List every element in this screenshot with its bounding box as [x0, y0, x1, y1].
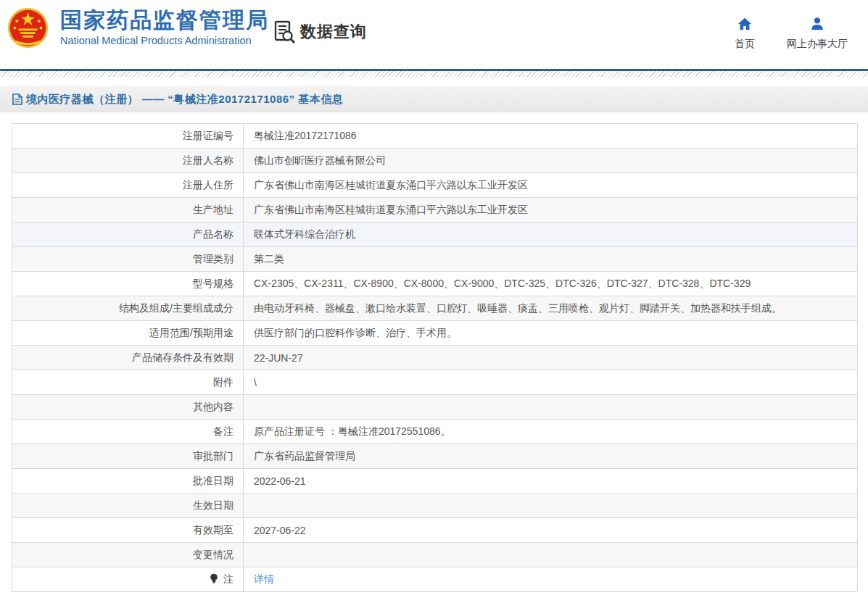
hatch-divider [0, 71, 868, 77]
row-label: 生效日期 [12, 493, 244, 518]
row-label: 生产地址 [12, 198, 244, 222]
agency-logo: 国家药品监督管理局 National Medical Products Admi… [7, 5, 269, 49]
table-row: 生效日期 [12, 493, 858, 518]
row-value: 供医疗部门的口腔科作诊断、治疗、手术用。 [244, 321, 858, 346]
row-value: CX-2305、CX-2311、CX-8900、CX-8000、CX-9000、… [244, 272, 858, 296]
table-row: 产品名称联体式牙科综合治疗机 [12, 222, 858, 247]
row-label: 注 [12, 567, 244, 592]
details-link[interactable]: 详情 [254, 573, 274, 585]
national-emblem-icon [7, 7, 49, 49]
table-row: 其他内容 [12, 395, 858, 420]
table-row: 注册人住所广东省佛山市南海区桂城街道夏东涌口平六路以东工业开发区 [12, 173, 858, 198]
home-icon [737, 16, 753, 32]
document-icon [12, 93, 22, 105]
row-value: 广东省药品监督管理局 [244, 444, 858, 469]
table-row: 注详情 [12, 567, 858, 592]
row-label: 有效期至 [12, 518, 244, 543]
row-value: 2027-06-22 [244, 518, 858, 543]
table-row: 适用范围/预期用途供医疗部门的口腔科作诊断、治疗、手术用。 [12, 321, 858, 346]
table-row: 生产地址广东省佛山市南海区桂城街道夏东涌口平六路以东工业开发区 [12, 198, 858, 222]
table-row: 注册人名称佛山市创昕医疗器械有限公司 [12, 149, 858, 173]
table-row: 审批部门广东省药品监督管理局 [12, 444, 858, 469]
row-label: 产品储存条件及有效期 [12, 346, 244, 370]
row-label: 批准日期 [12, 469, 244, 493]
row-label: 型号规格 [12, 272, 244, 296]
row-label: 备注 [12, 420, 244, 444]
row-label: 结构及组成/主要组成成分 [12, 296, 244, 321]
row-value: 粤械注准20172171086 [244, 124, 858, 149]
data-query-icon [274, 20, 296, 43]
table-row: 产品储存条件及有效期22-JUN-27 [12, 346, 858, 370]
nav-service-hall[interactable]: 网上办事大厅 [787, 16, 848, 51]
table-row: 附件\ [12, 370, 858, 395]
agency-title-cn: 国家药品监督管理局 [60, 8, 269, 33]
page-title: 境内医疗器械（注册） —— “粤械注准20172171086” 基本信息 [26, 93, 343, 107]
row-value: 原产品注册证号 ：粤械注准20172551086。 [244, 420, 858, 444]
row-label: 注册人名称 [12, 149, 244, 173]
bulb-icon [210, 573, 218, 584]
row-label: 产品名称 [12, 222, 244, 247]
data-query-label: 数据查询 [300, 21, 367, 43]
row-value: 联体式牙科综合治疗机 [244, 222, 858, 247]
row-label: 注册证编号 [12, 124, 244, 149]
row-label: 其他内容 [12, 395, 244, 420]
table-row: 结构及组成/主要组成成分由电动牙科椅、器械盘、漱口给水装置、口腔灯、吸唾器、痰盂… [12, 296, 858, 321]
nav-service-hall-label: 网上办事大厅 [787, 38, 848, 51]
row-label: 管理类别 [12, 247, 244, 272]
row-label: 审批部门 [12, 444, 244, 469]
registration-info-table: 注册证编号粤械注准20172171086注册人名称佛山市创昕医疗器械有限公司注册… [12, 123, 858, 592]
row-value: 广东省佛山市南海区桂城街道夏东涌口平六路以东工业开发区 [244, 173, 858, 198]
row-value: 第二类 [244, 247, 858, 272]
row-value [244, 543, 858, 567]
row-value: 22-JUN-27 [244, 346, 858, 370]
table-row: 管理类别第二类 [12, 247, 858, 272]
table-row: 型号规格CX-2305、CX-2311、CX-8900、CX-8000、CX-9… [12, 272, 858, 296]
page-title-bar: 境内医疗器械（注册） —— “粤械注准20172171086” 基本信息 [0, 86, 868, 112]
nav-home-label: 首页 [735, 38, 755, 51]
table-row: 注册证编号粤械注准20172171086 [12, 124, 858, 149]
row-label: 适用范围/预期用途 [12, 321, 244, 346]
row-value: 2022-06-21 [244, 469, 858, 493]
row-label: 注册人住所 [12, 173, 244, 198]
row-value [244, 493, 858, 518]
nav-home[interactable]: 首页 [735, 16, 755, 51]
row-value: 详情 [244, 567, 858, 592]
agency-title-en: National Medical Products Administration [60, 35, 269, 46]
table-row: 批准日期2022-06-21 [12, 469, 858, 493]
top-nav: 首页 网上办事大厅 [735, 16, 848, 51]
row-label: 附件 [12, 370, 244, 395]
row-value: 佛山市创昕医疗器械有限公司 [244, 149, 858, 173]
row-value: \ [244, 370, 858, 395]
table-row: 备注原产品注册证号 ：粤械注准20172551086。 [12, 420, 858, 444]
site-header: 国家药品监督管理局 National Medical Products Admi… [0, 0, 868, 69]
user-icon [809, 16, 825, 32]
row-value: 由电动牙科椅、器械盘、漱口给水装置、口腔灯、吸唾器、痰盂、三用喷枪、观片灯、脚踏… [244, 296, 858, 321]
table-row: 有效期至2027-06-22 [12, 518, 858, 543]
data-query-section: 数据查询 [274, 20, 367, 43]
table-row: 变更情况 [12, 543, 858, 567]
row-value [244, 395, 858, 420]
row-label: 变更情况 [12, 543, 244, 567]
row-value: 广东省佛山市南海区桂城街道夏东涌口平六路以东工业开发区 [244, 198, 858, 222]
